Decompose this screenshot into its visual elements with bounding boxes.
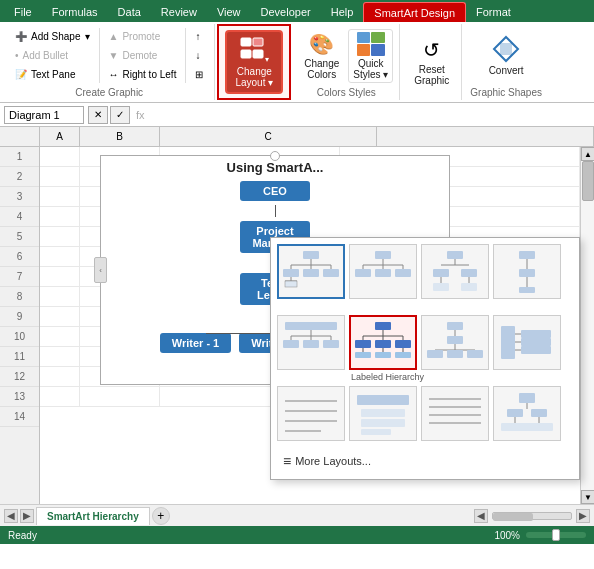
h-scroll-right[interactable]: ▶ (576, 509, 590, 523)
h-scrollbar[interactable] (492, 512, 572, 520)
cell-4a[interactable] (40, 207, 80, 226)
diagram-ceo[interactable]: CEO (240, 181, 310, 201)
reset-graphic-button[interactable]: ↺ ResetGraphic (409, 35, 454, 89)
row-8[interactable]: 8 (0, 287, 39, 307)
layout-thumb-8[interactable] (493, 315, 561, 370)
tab-data[interactable]: Data (108, 2, 151, 22)
layout-thumb-11[interactable] (421, 386, 489, 441)
more-layouts-button[interactable]: ≡ More Layouts... (277, 449, 573, 473)
cell-10a[interactable] (40, 327, 80, 346)
layout-thumb-6[interactable]: Labeled Hierarchy (349, 315, 417, 370)
tab-view[interactable]: View (207, 2, 251, 22)
layout-thumb-5[interactable] (277, 315, 345, 370)
vertical-scrollbar[interactable]: ▲ ▼ (580, 147, 594, 504)
reset-buttons: ↺ ResetGraphic (409, 26, 454, 98)
convert-buttons: Convert (484, 26, 529, 85)
text-pane-button[interactable]: 📝 Text Pane (10, 66, 95, 83)
row-5[interactable]: 5 (0, 227, 39, 247)
col-header-b[interactable]: B (80, 127, 160, 146)
add-sheet-btn[interactable]: + (152, 507, 170, 525)
change-layout-button[interactable]: ▾ ChangeLayout ▾ (225, 30, 283, 94)
move-down-button[interactable]: ↓ (190, 47, 208, 64)
formula-input[interactable] (151, 109, 590, 121)
sheet-tab-smartart[interactable]: SmartArt Hierarchy (36, 507, 150, 525)
col-header-a[interactable]: A (40, 127, 80, 146)
tab-review[interactable]: Review (151, 2, 207, 22)
layout-dropdown[interactable]: Labeled Hierarchy (270, 237, 580, 480)
convert-to-shapes-button[interactable]: Convert (484, 32, 529, 79)
cell-5a[interactable] (40, 227, 80, 246)
right-to-left-button[interactable]: ↔ Right to Left (104, 66, 182, 83)
col-header-c[interactable]: C (160, 127, 377, 146)
resize-handle[interactable]: ‹ (94, 257, 107, 283)
row-14[interactable]: 14 (0, 407, 39, 427)
layout-thumb-2[interactable] (349, 244, 417, 299)
reset-graphic-icon: ↺ (423, 38, 440, 62)
svg-rect-74 (467, 350, 483, 358)
layout-thumb-10[interactable] (349, 386, 417, 441)
cell-7a[interactable] (40, 267, 80, 286)
sheet-prev-btn[interactable]: ◀ (4, 509, 18, 523)
zoom-slider[interactable] (526, 532, 586, 538)
h-scroll-thumb[interactable] (493, 513, 533, 521)
cell-3a[interactable] (40, 187, 80, 206)
selection-handle-top[interactable] (270, 151, 280, 161)
row-2[interactable]: 2 (0, 167, 39, 187)
layout-icon-btn[interactable]: ⊞ (190, 66, 208, 83)
cell-8a[interactable] (40, 287, 80, 306)
add-shape-button[interactable]: ➕ Add Shape ▾ (10, 28, 95, 45)
h-scroll-left[interactable]: ◀ (474, 509, 488, 523)
layout-thumb-12[interactable] (493, 386, 561, 441)
main-area: 1 2 3 4 5 6 7 8 9 10 11 12 13 14 (0, 147, 594, 504)
layout-thumb-3[interactable] (421, 244, 489, 299)
quick-styles-button[interactable]: QuickStyles ▾ (348, 29, 393, 83)
move-up-icon: ↑ (195, 31, 200, 42)
svg-rect-94 (519, 393, 535, 403)
diagram-writer-1[interactable]: Writer - 1 (160, 333, 231, 353)
scroll-thumb[interactable] (582, 161, 594, 201)
row-3[interactable]: 3 (0, 187, 39, 207)
smartart-styles-buttons: 🎨 ChangeColors QuickStyles ▾ (299, 26, 393, 85)
row-1[interactable]: 1 (0, 147, 39, 167)
cell-13b[interactable] (80, 387, 160, 406)
formula-confirm-btn[interactable]: ✓ (110, 106, 130, 124)
row-header-corner (0, 127, 40, 146)
scroll-up-btn[interactable]: ▲ (581, 147, 594, 161)
cell-13a[interactable] (40, 387, 80, 406)
svg-rect-51 (323, 340, 339, 348)
cell-2a[interactable] (40, 167, 80, 186)
name-box[interactable] (4, 106, 84, 124)
tab-smartart-design[interactable]: SmartArt Design (363, 2, 466, 22)
tab-help[interactable]: Help (321, 2, 364, 22)
row-10[interactable]: 10 (0, 327, 39, 347)
row-7[interactable]: 7 (0, 267, 39, 287)
layout-thumb-1[interactable] (277, 244, 345, 299)
row-6[interactable]: 6 (0, 247, 39, 267)
row-13[interactable]: 13 (0, 387, 39, 407)
row-4[interactable]: 4 (0, 207, 39, 227)
svg-rect-69 (447, 336, 463, 344)
cell-11a[interactable] (40, 347, 80, 366)
tab-formulas[interactable]: Formulas (42, 2, 108, 22)
row-9[interactable]: 9 (0, 307, 39, 327)
layout-thumb-7[interactable] (421, 315, 489, 370)
layout-thumb-4[interactable] (493, 244, 561, 299)
cell-12a[interactable] (40, 367, 80, 386)
tab-format[interactable]: Format (466, 2, 521, 22)
change-colors-button[interactable]: 🎨 ChangeColors (299, 29, 344, 83)
tab-developer[interactable]: Developer (251, 2, 321, 22)
cell-6a[interactable] (40, 247, 80, 266)
layout-thumb-9[interactable] (277, 386, 345, 441)
tab-file[interactable]: File (4, 2, 42, 22)
scroll-down-btn[interactable]: ▼ (581, 490, 594, 504)
right-to-left-icon: ↔ (109, 69, 119, 80)
sheet-next-btn[interactable]: ▶ (20, 509, 34, 523)
row-11[interactable]: 11 (0, 347, 39, 367)
cell-1a[interactable] (40, 147, 80, 166)
scroll-track[interactable] (581, 161, 594, 490)
move-up-button[interactable]: ↑ (190, 28, 208, 45)
zoom-thumb[interactable] (552, 529, 560, 541)
cell-9a[interactable] (40, 307, 80, 326)
formula-cancel-btn[interactable]: ✕ (88, 106, 108, 124)
row-12[interactable]: 12 (0, 367, 39, 387)
